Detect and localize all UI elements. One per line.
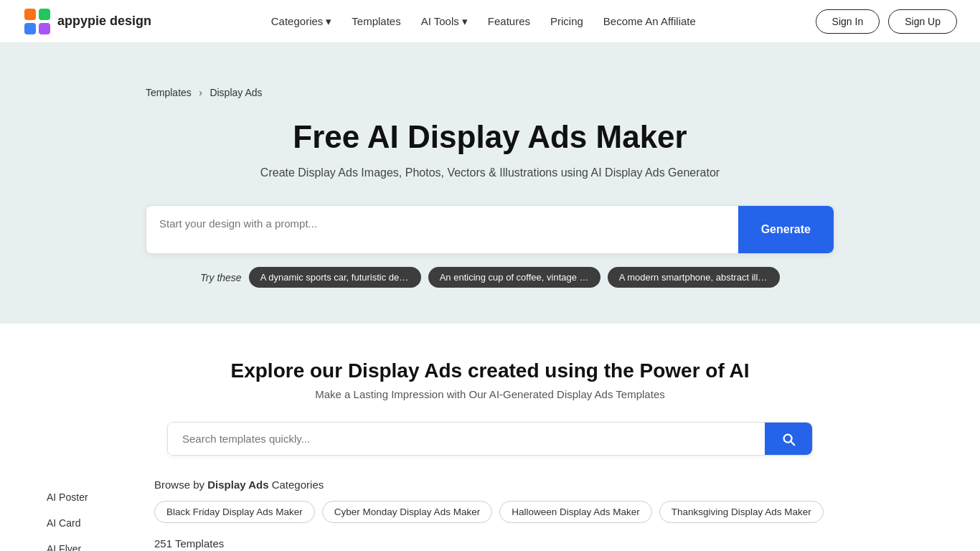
nav-links: Categories ▾ Templates AI Tools ▾ Featur…: [271, 15, 696, 28]
category-chip-0[interactable]: Black Friday Display Ads Maker: [154, 501, 315, 523]
navbar: appypie design Categories ▾ Templates AI…: [0, 0, 980, 43]
nav-ai-tools[interactable]: AI Tools ▾: [421, 15, 468, 28]
categories-header: Browse by Display Ads Categories: [154, 479, 933, 491]
categories-area: Browse by Display Ads Categories Black F…: [140, 479, 933, 551]
explore-subtitle: Make a Lasting Impression with Our AI-Ge…: [23, 388, 957, 400]
chevron-down-icon: ▾: [462, 15, 468, 28]
main-layout: AI Poster AI Card AI Flyer Browse by Dis…: [24, 479, 956, 551]
nav-affiliate[interactable]: Become An Affiliate: [603, 15, 696, 27]
sidebar-item-ai-poster[interactable]: AI Poster: [47, 484, 140, 510]
nav-actions: Sign In Sign Up: [816, 9, 957, 34]
search-icon: [781, 431, 796, 447]
try-these: Try these A dynamic sports car, futurist…: [200, 267, 779, 288]
sidebar-item-ai-card[interactable]: AI Card: [47, 510, 140, 536]
explore-title: Explore our Display Ads created using th…: [23, 359, 957, 382]
svg-rect-0: [24, 9, 36, 20]
chevron-down-icon: ▾: [326, 15, 331, 28]
try-label: Try these: [200, 272, 241, 283]
prompt-box: Generate: [146, 205, 834, 254]
svg-rect-1: [39, 9, 50, 20]
nav-templates[interactable]: Templates: [352, 15, 400, 27]
try-chip-2[interactable]: A modern smartphone, abstract illustrati…: [608, 267, 780, 288]
category-chip-3[interactable]: Thanksgiving Display Ads Maker: [659, 501, 824, 523]
search-input[interactable]: [168, 423, 765, 455]
category-chip-1[interactable]: Cyber Monday Display Ads Maker: [322, 501, 492, 523]
category-chip-2[interactable]: Halloween Display Ads Maker: [499, 501, 652, 523]
breadcrumb-parent[interactable]: Templates: [146, 87, 192, 98]
sign-in-button[interactable]: Sign In: [816, 9, 880, 34]
search-bar: [167, 422, 813, 456]
breadcrumb: Templates › Display Ads: [146, 86, 263, 98]
nav-features[interactable]: Features: [488, 15, 530, 27]
nav-pricing[interactable]: Pricing: [550, 15, 583, 27]
logo[interactable]: appypie design: [23, 7, 151, 36]
sidebar: AI Poster AI Card AI Flyer: [47, 479, 140, 551]
hero-subtitle: Create Display Ads Images, Photos, Vecto…: [260, 166, 720, 179]
template-count: 251 Templates: [154, 537, 933, 550]
logo-icon: [23, 7, 52, 36]
explore-section: Explore our Display Ads created using th…: [0, 324, 980, 551]
search-button[interactable]: [765, 423, 812, 455]
sidebar-item-ai-flyer[interactable]: AI Flyer: [47, 536, 140, 551]
prompt-input[interactable]: [146, 206, 738, 253]
logo-text: appypie design: [57, 14, 151, 29]
hero-section: Templates › Display Ads Free AI Display …: [0, 43, 980, 324]
generate-button[interactable]: Generate: [738, 206, 834, 253]
breadcrumb-current: Display Ads: [209, 87, 262, 98]
explore-header: Explore our Display Ads created using th…: [23, 359, 957, 400]
category-chips: Black Friday Display Ads Maker Cyber Mon…: [154, 501, 933, 523]
try-chip-0[interactable]: A dynamic sports car, futuristic design,…: [249, 267, 421, 288]
hero-title: Free AI Display Ads Maker: [293, 119, 687, 155]
svg-rect-2: [24, 23, 36, 34]
nav-categories[interactable]: Categories ▾: [271, 15, 332, 28]
svg-rect-3: [39, 23, 50, 34]
try-chip-1[interactable]: An enticing cup of coffee, vintage aesth…: [428, 267, 600, 288]
sign-up-button[interactable]: Sign Up: [888, 9, 957, 34]
